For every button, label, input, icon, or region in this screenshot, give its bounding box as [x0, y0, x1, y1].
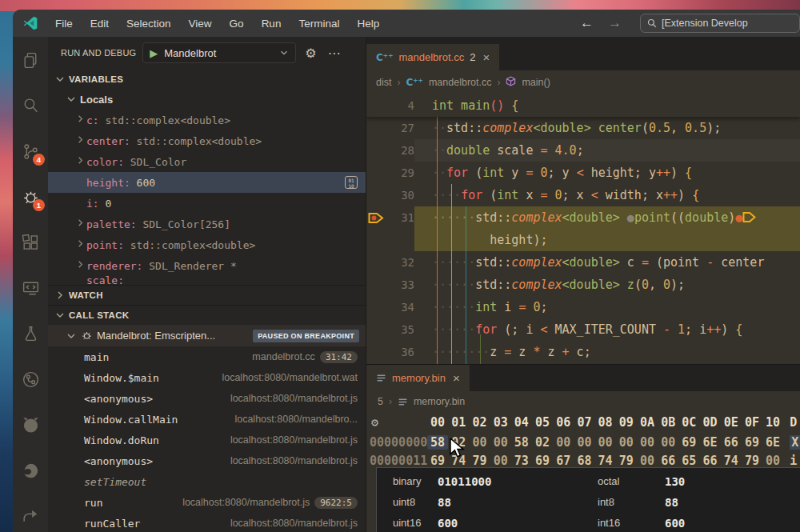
hex-byte[interactable]: 6E — [699, 435, 720, 450]
run-and-debug-icon[interactable]: 1 — [19, 186, 42, 207]
code-line-34[interactable]: 34······int i = 0; — [366, 296, 800, 318]
binary-view-icon[interactable]: 0110 — [345, 176, 358, 189]
stack-frame-row[interactable]: setTimeout — [48, 471, 366, 492]
hex-byte[interactable]: 66 — [721, 435, 742, 450]
hex-byte[interactable]: 69 — [532, 454, 553, 468]
call-stack-section-header[interactable]: CALL STACK — [48, 305, 366, 325]
hex-byte[interactable]: 00 — [637, 454, 658, 468]
editor-gutter[interactable]: 37 — [366, 363, 414, 364]
editor-gutter[interactable]: 4 — [366, 94, 414, 117]
hex-byte[interactable]: 79 — [742, 454, 762, 468]
hex-byte[interactable]: 74 — [721, 454, 742, 468]
menu-view[interactable]: View — [180, 15, 221, 32]
hex-byte[interactable]: 58 — [427, 435, 448, 450]
sticky-scroll-line[interactable]: 4int main() { — [366, 94, 800, 117]
hex-byte[interactable]: 00 — [490, 454, 511, 468]
stack-frame-row[interactable]: runlocalhost:8080/mandelbrot.js9622:5 — [48, 492, 366, 513]
hex-byte[interactable]: 00 — [490, 435, 511, 450]
hex-byte[interactable]: 6E — [762, 435, 783, 450]
variable-row-i[interactable]: i: 0 — [48, 193, 366, 214]
debug-session-row[interactable]: Mandelbrot: Emscripten... PAUSED ON BREA… — [48, 325, 366, 346]
editor-gutter[interactable]: 29 — [366, 162, 414, 184]
gear-icon[interactable]: ⚙ — [366, 415, 427, 430]
chevron-right-icon[interactable] — [75, 134, 86, 147]
editor-gutter[interactable]: 30 — [366, 184, 414, 206]
editor-gutter[interactable]: 34 — [366, 296, 414, 318]
tab-mandelbrot-cc[interactable]: C⁺⁺ mandelbrot.cc 2 × — [366, 44, 499, 70]
hex-byte[interactable]: 66 — [658, 454, 678, 468]
hex-data-row[interactable]: 00000000580200005802000000000000696E6669… — [366, 433, 800, 451]
code-line-37[interactable]: 37········if (std::abs(z) > 2) break; — [366, 363, 800, 364]
hex-byte[interactable]: 00 — [658, 435, 678, 450]
more-actions-icon[interactable]: ⋯ — [326, 46, 343, 61]
hex-byte[interactable]: 79 — [616, 454, 637, 468]
watch-section-header[interactable]: WATCH — [48, 285, 366, 305]
code-line-32[interactable]: 32······std::complex<double> c = (point … — [366, 251, 800, 274]
code-line-27[interactable]: 27··std::complex<double> center(0.5, 0.5… — [366, 117, 800, 139]
chevron-right-icon[interactable] — [75, 155, 86, 168]
code-line-33[interactable]: 33······std::complex<double> z(0, 0); — [366, 274, 800, 296]
stack-frame-row[interactable]: runCallerlocalhost:8080/mandelbrot.js — [48, 513, 366, 532]
editor-gutter[interactable] — [366, 229, 414, 251]
hex-byte[interactable]: 58 — [511, 435, 532, 450]
github-icon[interactable] — [19, 414, 42, 435]
hex-byte[interactable]: 73 — [511, 454, 532, 468]
editor-gutter[interactable]: 36 — [366, 341, 414, 363]
files-icon[interactable] — [19, 50, 42, 70]
hex-byte[interactable]: 67 — [553, 454, 574, 468]
menu-go[interactable]: Go — [221, 15, 253, 32]
hex-byte[interactable]: 74 — [595, 454, 616, 468]
menu-edit[interactable]: Edit — [82, 15, 118, 32]
variables-section-header[interactable]: VARIABLES — [48, 69, 366, 89]
breadcrumb-file[interactable]: memory.bin — [414, 396, 465, 407]
menu-file[interactable]: File — [46, 15, 82, 32]
hex-byte[interactable]: 69 — [742, 435, 762, 450]
close-icon[interactable]: × — [481, 50, 491, 64]
stack-frame-row[interactable]: Window.$mainlocalhost:8080/mandelbrot.wa… — [48, 367, 366, 388]
forward-arrow-icon[interactable]: → — [601, 15, 629, 31]
stack-frame-row[interactable]: mainmandelbrot.cc31:42 — [48, 346, 366, 367]
decoded-char[interactable]: i — [790, 454, 797, 468]
menu-run[interactable]: Run — [253, 15, 290, 32]
hex-byte[interactable]: 00 — [595, 435, 616, 450]
stack-frame-row[interactable]: <anonymous>localhost:8080/mandelbrot.js — [48, 450, 366, 471]
editor-gutter[interactable]: 35 — [366, 318, 414, 341]
editor-gutter[interactable]: 31 — [366, 206, 414, 229]
breadcrumb-item-main[interactable]: main() — [522, 77, 550, 88]
source-control-icon[interactable]: 4 — [19, 141, 42, 162]
hex-byte[interactable]: 00 — [553, 435, 574, 450]
variable-row-center[interactable]: center: std::complex<double> — [48, 130, 366, 151]
variable-row-scale[interactable]: scale: — [48, 276, 366, 285]
variable-row-point[interactable]: point: std::complex<double> — [48, 234, 366, 255]
chevron-right-icon[interactable] — [75, 218, 86, 230]
editor-gutter[interactable]: 32 — [366, 251, 414, 274]
remote-explorer-icon[interactable] — [19, 278, 42, 298]
hex-byte[interactable]: 00 — [469, 435, 490, 450]
testing-icon[interactable] — [19, 323, 42, 344]
variable-row-color[interactable]: color: SDL_Color — [48, 151, 366, 172]
launch-config-dropdown[interactable]: ▶ Mandelbrot — [142, 42, 296, 63]
hex-byte[interactable]: 02 — [532, 435, 553, 450]
chevron-right-icon[interactable] — [75, 238, 86, 251]
hex-byte[interactable]: 00 — [637, 435, 658, 450]
hex-byte[interactable]: 00 — [616, 435, 637, 450]
search-icon[interactable] — [19, 95, 42, 116]
decoded-char[interactable]: X — [790, 435, 800, 450]
editor-gutter[interactable]: 28 — [366, 139, 414, 162]
hex-byte[interactable]: 79 — [469, 454, 490, 468]
stack-frame-row[interactable]: <anonymous>localhost:8080/mandelbrot.js — [48, 388, 366, 409]
code-line-29[interactable]: 29··for (int y = 0; y < height; y++) { — [366, 162, 800, 184]
variable-row-renderer[interactable]: renderer: SDL_Renderer * — [48, 255, 366, 276]
live-share-icon[interactable] — [19, 506, 42, 526]
hex-byte[interactable]: 00 — [574, 435, 594, 450]
gear-icon[interactable]: ⚙ — [302, 46, 318, 61]
command-center-search[interactable]: [Extension Develop — [640, 14, 800, 33]
menu-terminal[interactable]: Terminal — [290, 15, 348, 32]
hex-byte[interactable]: 65 — [678, 454, 699, 468]
chevron-right-icon[interactable] — [75, 114, 86, 126]
variable-row-palette[interactable]: palette: SDL_Color[256] — [48, 214, 366, 234]
stack-frame-row[interactable]: Window.doRunlocalhost:8080/mandelbrot.js — [48, 430, 366, 450]
hex-byte[interactable]: 69 — [678, 435, 699, 450]
menu-help[interactable]: Help — [348, 15, 388, 32]
breakpoint-pointer-icon[interactable] — [366, 212, 386, 224]
